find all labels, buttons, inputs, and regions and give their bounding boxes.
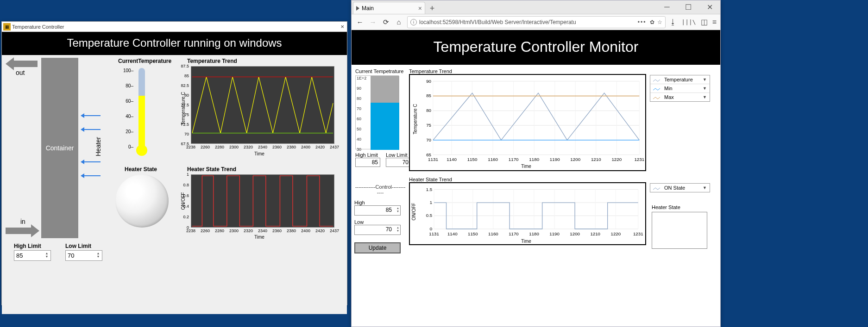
url-text: localhost:52598/HtmlVI/Build/Web Server/… [419,19,576,25]
hs-legend: ON State▼ [650,183,710,192]
svg-text:1170: 1170 [509,231,519,236]
home-button[interactable]: ⌂ [394,18,403,26]
high-limit-input[interactable]: 85 ▲▼ [14,250,51,261]
heater-state-label: Heater State [652,204,707,210]
hs-y-label: ON/OFF [411,203,416,221]
app-body: out in Container Heater CurrentTemperatu… [2,55,347,314]
outflow-arrow-icon [6,59,36,68]
heater-trend-label: Heater State Trend [187,166,236,173]
svg-text:1200: 1200 [570,231,580,236]
site-info-icon[interactable]: i [410,19,417,25]
thermometer-tube [138,68,145,148]
url-more-icon[interactable]: ••• [638,19,647,25]
svg-text:1210: 1210 [590,231,600,236]
reader-icon[interactable]: ✿ [650,19,654,25]
container-block: Container [41,58,78,238]
spin-arrows[interactable]: ▲▼ [95,252,101,258]
legend-item-onstate[interactable]: ON State▼ [650,184,710,192]
heater-flow-arrow-icon [84,175,101,176]
temp-trend-section: Temperature Trend 9085807570651131114011… [409,68,646,171]
window-titlebar[interactable]: ▦ Temperature Controller × [2,22,347,32]
forward-button[interactable]: → [368,18,377,26]
svg-text:1131: 1131 [429,231,439,236]
svg-text:1: 1 [430,200,432,205]
low-limit-display: 70 [386,158,411,167]
high-limit-label: High Limit [14,243,41,249]
menu-icon[interactable]: ≡ [712,18,717,26]
low-label: Low [354,219,406,225]
legend-item-max[interactable]: Max▼ [650,93,710,101]
downloads-icon[interactable]: ⭳ [669,18,677,26]
reload-button[interactable]: ⟳ [381,18,390,26]
heater-state-indicator [652,212,707,249]
minimize-button[interactable]: ─ [656,0,678,13]
in-label: in [20,218,25,225]
close-icon[interactable]: × [340,23,344,30]
heater-state-label: Heater State [125,166,157,173]
toolbar-actions: ⭳ |||\ ◫ ≡ [669,18,717,26]
app-header: Temperature Controller running on window… [2,32,347,55]
svg-text:1210: 1210 [591,157,601,162]
low-input[interactable]: 70 ▲▼ [354,225,401,235]
tank-fill [371,103,399,150]
svg-text:90: 90 [426,79,431,84]
svg-text:1140: 1140 [447,231,458,236]
sidebar-icon[interactable]: ◫ [701,18,708,26]
monitor-body: Current Tempetrature 1E+290807060504030 … [352,65,720,72]
svg-text:1131: 1131 [428,157,438,162]
svg-text:1160: 1160 [488,157,498,162]
high-limit-display: 85 [355,158,380,167]
bookmark-icon[interactable]: ☆ [657,19,662,25]
svg-text:80: 80 [426,108,431,113]
url-bar[interactable]: i localhost:52598/HtmlVI/Build/Web Serve… [407,16,666,28]
svg-text:65: 65 [426,152,431,157]
browser-tab[interactable]: Main × [353,2,425,14]
library-icon[interactable]: |||\ [681,19,696,25]
temp-trend-label: Temperature Trend [187,58,237,64]
spin-arrows[interactable]: ▲▼ [396,207,399,213]
temperature-tank: 1E+290807060504030 [355,75,399,149]
legend-item-min[interactable]: Min▼ [650,84,710,93]
tank-empty [371,76,399,103]
close-button[interactable]: ✕ [699,0,720,13]
low-limit-input[interactable]: 70 ▲▼ [65,250,102,261]
high-input[interactable]: 85 ▲▼ [354,205,401,216]
heater-state-indicator [115,174,169,228]
temperature-trend-chart: 9085807570651131114011501160117011801190… [409,74,646,171]
app-icon: ▦ [3,23,11,31]
high-limit-value: 85 [16,252,23,259]
maximize-button[interactable]: ☐ [678,0,699,13]
labview-window: ▦ Temperature Controller × Temperature C… [1,21,347,305]
spin-arrows[interactable]: ▲▼ [396,226,399,233]
low-limit-label: Low Limit [386,152,411,158]
temp-legend: Temperature▼ Min▼ Max▼ [650,75,710,102]
spin-arrows[interactable]: ▲▼ [44,252,50,258]
legend-item-temperature[interactable]: Temperature▼ [650,75,710,84]
thermometer-bulb [136,145,147,156]
heater-state-trend-chart [191,174,334,228]
browser-window: Main × + ─ ☐ ✕ ← → ⟳ ⌂ i localhost:52598… [351,0,721,327]
control-divider: ------------Control------------ [354,184,406,195]
svg-text:1180: 1180 [529,157,539,162]
svg-text:85: 85 [426,93,431,98]
heater-trend-section: Heater State Trend 1.510.501131114011501… [409,177,646,245]
svg-text:1170: 1170 [509,157,519,162]
low-limit-value: 70 [68,252,74,259]
browser-toolbar: ← → ⟳ ⌂ i localhost:52598/HtmlVI/Build/W… [352,14,720,30]
temp-trend-label: Temperature Trend [409,68,646,74]
new-tab-button[interactable]: + [427,3,438,14]
svg-text:1220: 1220 [611,231,621,236]
back-button[interactable]: ← [355,18,365,26]
current-temp-section: Current Tempetrature 1E+290807060504030 … [355,68,411,167]
svg-text:1150: 1150 [467,157,478,162]
hs-x-label: Time [521,239,531,244]
tab-close-icon[interactable]: × [418,5,422,12]
out-label: out [16,69,25,76]
inflow-arrow-icon [6,226,36,235]
high-limit-label: High Limit [355,152,380,158]
heater-label: Heater [94,137,102,156]
update-button[interactable]: Update [354,242,401,253]
heater-state-section: Heater State [652,204,707,249]
svg-text:1180: 1180 [529,231,539,236]
thermometer [136,68,147,156]
